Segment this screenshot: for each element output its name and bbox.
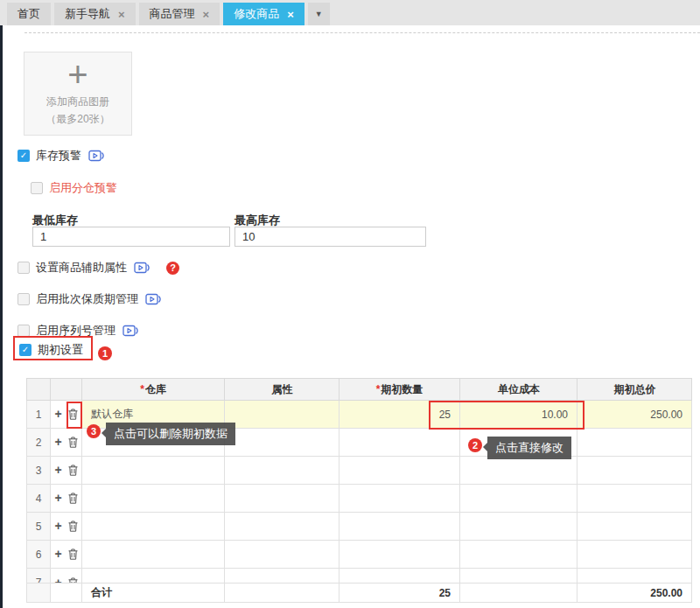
row-actions: + [51, 541, 82, 569]
stock-warning-checkbox[interactable]: ✓ [18, 150, 30, 162]
warehouse-cell[interactable] [82, 457, 225, 485]
attribute-cell[interactable] [225, 541, 340, 569]
close-icon[interactable]: × [203, 8, 210, 21]
tab-label: 首页 [18, 6, 40, 22]
add-row-icon[interactable]: + [54, 491, 61, 505]
row-number: 5 [27, 513, 51, 541]
attribute-cell[interactable] [225, 401, 340, 429]
table-row: 4 + [27, 485, 692, 513]
video-tutorial-icon[interactable] [145, 293, 162, 305]
tab-edit-product[interactable]: 修改商品 × [223, 3, 304, 25]
attribute-cell[interactable] [225, 457, 340, 485]
initial-total-cell [578, 429, 692, 457]
initial-qty-cell[interactable] [340, 541, 460, 569]
sub-warehouse-warning-row: 启用分仓预警 [31, 180, 117, 196]
highlight-box-initial-setup [13, 336, 93, 360]
total-row-spacer [51, 584, 82, 603]
total-cost [460, 584, 578, 603]
initial-stock-table: *仓库 属性 *期初数量 单位成本 期初总价 1 + 默认仓库 25 10.00… [26, 378, 692, 608]
attribute-cell[interactable] [225, 429, 340, 457]
initial-qty-cell[interactable] [340, 569, 460, 584]
step-badge-2: 2 [468, 438, 482, 452]
delete-row-icon[interactable] [68, 493, 78, 507]
tab-beginner-guide[interactable]: 新手导航 × [54, 3, 136, 25]
max-stock-input[interactable] [234, 227, 426, 247]
unit-cost-cell[interactable] [460, 513, 578, 541]
video-tutorial-icon[interactable] [134, 262, 150, 274]
initial-qty-cell[interactable] [340, 485, 460, 513]
warehouse-header: *仓库 [82, 379, 225, 401]
initial-total-cell [578, 485, 692, 513]
initial-total-cell [578, 569, 692, 584]
edit-product-page: 首页 新手导航 × 商品管理 × 修改商品 × ▼ + 添加商品图册 （最多20… [0, 0, 700, 608]
video-tutorial-icon[interactable] [88, 150, 105, 162]
row-number: 2 [27, 429, 51, 457]
add-row-icon[interactable]: + [54, 576, 61, 583]
sidebar-edge [0, 25, 3, 608]
add-row-icon[interactable]: + [54, 519, 61, 533]
add-row-icon[interactable]: + [54, 547, 61, 561]
batch-expiry-checkbox[interactable] [18, 293, 30, 305]
row-actions: + [51, 485, 82, 513]
total-qty: 25 [340, 584, 460, 603]
warehouse-cell[interactable] [82, 513, 225, 541]
sub-warehouse-warning-checkbox[interactable] [31, 182, 43, 194]
unit-cost-cell[interactable] [460, 457, 578, 485]
row-number: 4 [27, 485, 51, 513]
warehouse-cell[interactable] [82, 569, 225, 584]
tab-product-management[interactable]: 商品管理 × [139, 3, 220, 25]
delete-row-icon[interactable] [68, 437, 78, 451]
initial-qty-cell[interactable] [340, 429, 460, 457]
table-row: 5 + [27, 513, 692, 541]
initial-qty-cell[interactable] [340, 513, 460, 541]
attribute-header: 属性 [225, 379, 340, 401]
add-row-icon[interactable]: + [54, 435, 61, 449]
initial-total-cell [578, 457, 692, 485]
unit-cost-cell[interactable] [460, 569, 578, 584]
attribute-cell[interactable] [225, 513, 340, 541]
tab-list-dropdown[interactable]: ▼ [308, 3, 330, 25]
delete-row-icon[interactable] [68, 465, 78, 479]
delete-row-icon[interactable] [68, 577, 78, 583]
row-number-header [27, 379, 51, 401]
close-icon[interactable]: × [118, 8, 125, 21]
unit-cost-cell[interactable] [460, 485, 578, 513]
step-badge-3: 3 [87, 424, 101, 438]
table-row: 3 + [27, 457, 692, 485]
tab-label: 商品管理 [150, 6, 195, 22]
add-row-icon[interactable]: + [54, 407, 61, 421]
add-row-icon[interactable]: + [54, 463, 61, 477]
aux-attr-checkbox[interactable] [18, 262, 30, 274]
add-product-image-button[interactable]: + 添加商品图册 （最多20张） [24, 52, 132, 136]
row-number: 3 [27, 457, 51, 485]
help-icon[interactable]: ? [166, 262, 179, 275]
attribute-cell[interactable] [225, 485, 340, 513]
upload-limit-label: （最多20张） [24, 112, 131, 127]
serial-no-checkbox[interactable] [18, 325, 30, 337]
unit-cost-cell[interactable] [460, 541, 578, 569]
close-icon[interactable]: × [287, 8, 294, 21]
row-actions: + [51, 513, 82, 541]
row-actions: + [51, 569, 82, 584]
upload-label: 添加商品图册 [24, 94, 131, 109]
aux-attr-label: 设置商品辅助属性 [36, 260, 127, 276]
delete-row-icon[interactable] [68, 549, 78, 563]
initial-qty-cell[interactable] [340, 457, 460, 485]
total-attr [225, 584, 340, 603]
tab-label: 修改商品 [234, 6, 279, 22]
row-actions: + [51, 429, 82, 457]
batch-expiry-row: 启用批次保质期管理 [18, 291, 162, 307]
stock-warning-row: ✓ 库存预警 [18, 148, 105, 164]
dashed-divider [24, 32, 700, 33]
batch-expiry-label: 启用批次保质期管理 [36, 291, 138, 307]
attribute-cell[interactable] [225, 569, 340, 584]
tab-home[interactable]: 首页 [7, 3, 51, 25]
initial-total-cell [578, 541, 692, 569]
warehouse-cell[interactable] [82, 485, 225, 513]
min-stock-input[interactable] [32, 227, 230, 247]
actions-header [51, 379, 82, 401]
aux-attr-row: 设置商品辅助属性 ? [18, 260, 179, 276]
delete-row-icon[interactable] [68, 521, 78, 535]
video-tutorial-icon[interactable] [122, 325, 139, 337]
warehouse-cell[interactable] [82, 541, 225, 569]
